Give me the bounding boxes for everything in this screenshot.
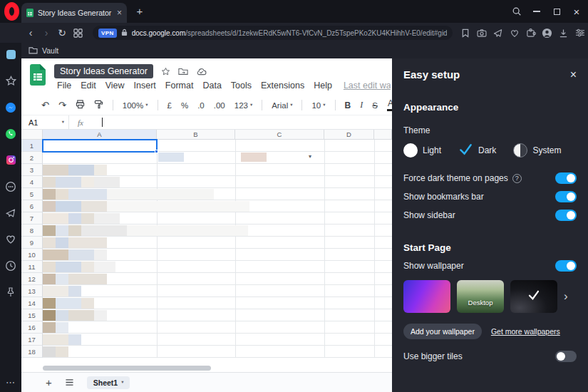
- undo-button[interactable]: ↶: [41, 100, 49, 110]
- row-header-8[interactable]: 8: [21, 225, 43, 237]
- sidebar-setup-button[interactable]: ⋯: [0, 377, 21, 388]
- print-button[interactable]: [76, 100, 85, 110]
- heart-icon[interactable]: [5, 233, 17, 245]
- opera-logo-icon[interactable]: [4, 2, 19, 21]
- row-header-6[interactable]: 6: [21, 200, 43, 212]
- formula-input-cursor[interactable]: [102, 118, 103, 127]
- row-header-9[interactable]: 9: [21, 237, 43, 249]
- reload-button[interactable]: ↻: [54, 28, 70, 38]
- back-button[interactable]: ‹: [23, 28, 38, 38]
- menu-tools[interactable]: Tools: [231, 81, 252, 91]
- history-icon[interactable]: [5, 259, 17, 272]
- flow-send-icon[interactable]: [490, 29, 506, 38]
- theme-option-system[interactable]: System: [513, 143, 561, 158]
- extensions-puzzle-icon[interactable]: [522, 28, 539, 38]
- toggle-force-dark[interactable]: [555, 172, 577, 184]
- url-field[interactable]: VPN docs.google.com/spreadsheets/d/1zekw…: [93, 26, 453, 40]
- row-header-14[interactable]: 14: [21, 297, 43, 309]
- column-header-a[interactable]: A: [43, 130, 157, 139]
- pin-icon[interactable]: [5, 286, 17, 298]
- bookmark-icon[interactable]: [457, 29, 473, 38]
- paint-format-button[interactable]: [94, 100, 103, 110]
- menu-extensions[interactable]: Extensions: [261, 81, 304, 91]
- tab-close-icon[interactable]: ×: [117, 9, 122, 17]
- minimize-button[interactable]: [527, 0, 547, 23]
- vpn-badge[interactable]: VPN: [98, 29, 117, 38]
- row-header-16[interactable]: 16: [21, 321, 43, 334]
- last-edit-link[interactable]: Last edit was on 31 Janua: [344, 81, 391, 91]
- sheets-logo-icon[interactable]: [30, 64, 46, 88]
- wallpaper-purple-gradient[interactable]: [403, 280, 450, 313]
- all-sheets-button[interactable]: [65, 376, 74, 389]
- column-header-d[interactable]: D: [324, 130, 374, 139]
- row-header-5[interactable]: 5: [21, 188, 43, 200]
- font-select[interactable]: Arial ▾: [272, 101, 292, 110]
- row-header-15[interactable]: 15: [21, 309, 43, 321]
- sheet-tab[interactable]: Sheet1 ▾: [87, 376, 130, 389]
- whatsapp-icon[interactable]: [5, 128, 17, 140]
- toggle-bookmarks-bar[interactable]: [555, 191, 577, 202]
- column-header-blank[interactable]: [374, 130, 392, 139]
- profile-avatar[interactable]: [539, 28, 555, 38]
- text-color-button[interactable]: A: [387, 99, 392, 110]
- toggle-show-wallpaper[interactable]: [555, 260, 577, 272]
- star-icon[interactable]: [161, 67, 170, 76]
- strikethrough-button[interactable]: S: [372, 101, 378, 110]
- add-sheet-button[interactable]: +: [46, 377, 52, 388]
- cell-dropdown-icon[interactable]: ▾: [309, 153, 311, 160]
- menu-format[interactable]: Format: [165, 81, 194, 91]
- browser-tab[interactable]: Story Ideas Generator - Go ×: [21, 3, 127, 23]
- get-more-wallpapers-link[interactable]: Get more wallpapers: [491, 327, 560, 336]
- redo-button[interactable]: ↷: [58, 100, 66, 110]
- spreadsheet-grid[interactable]: [43, 140, 392, 358]
- row-header-1[interactable]: 1: [21, 140, 43, 152]
- wallpaper-desktop[interactable]: Desktop: [457, 280, 504, 313]
- select-all-corner[interactable]: [21, 130, 43, 139]
- row-header-10[interactable]: 10: [21, 249, 43, 261]
- fill-handle[interactable]: [155, 150, 158, 153]
- messenger-icon[interactable]: [5, 101, 17, 113]
- cloud-saved-icon[interactable]: [196, 68, 207, 76]
- row-header-7[interactable]: 7: [21, 212, 43, 225]
- maximize-button[interactable]: [547, 0, 567, 23]
- row-header-2[interactable]: 2: [21, 152, 43, 164]
- row-header-12[interactable]: 12: [21, 273, 43, 285]
- more-formats-button[interactable]: 123 ▾: [234, 101, 252, 110]
- name-box[interactable]: A1 ▾: [21, 115, 68, 129]
- help-icon[interactable]: ?: [512, 174, 522, 183]
- column-header-c[interactable]: C: [235, 130, 324, 139]
- menu-view[interactable]: View: [105, 81, 125, 91]
- toggle-sidebar[interactable]: [555, 210, 577, 221]
- chevron-right-icon[interactable]: ›: [564, 289, 568, 304]
- menu-insert[interactable]: Insert: [134, 81, 156, 91]
- font-size-select[interactable]: 10 ▾: [311, 101, 325, 110]
- theme-option-dark[interactable]: Dark: [458, 143, 496, 158]
- close-panel-icon[interactable]: ×: [570, 69, 577, 81]
- doc-title[interactable]: Story Ideas Generator: [54, 64, 153, 78]
- row-header-17[interactable]: 17: [21, 334, 43, 346]
- add-wallpaper-button[interactable]: Add your wallpaper: [403, 324, 482, 339]
- row-header-11[interactable]: 11: [21, 261, 43, 273]
- workspaces-icon[interactable]: [5, 48, 17, 61]
- menu-data[interactable]: Data: [202, 81, 221, 91]
- increase-decimals-button[interactable]: .00: [214, 101, 225, 110]
- telegram-icon[interactable]: [5, 207, 17, 219]
- menu-help[interactable]: Help: [314, 81, 332, 91]
- format-percent-button[interactable]: %: [181, 101, 188, 110]
- chat-icon[interactable]: [5, 180, 17, 192]
- star-icon[interactable]: [5, 75, 17, 87]
- speed-dial-button[interactable]: [70, 29, 86, 38]
- heart-icon[interactable]: [506, 29, 522, 38]
- toggle-bigger-tiles[interactable]: [555, 351, 577, 362]
- horizontal-scrollbar[interactable]: [43, 366, 211, 371]
- download-icon[interactable]: [555, 29, 572, 38]
- instagram-icon[interactable]: [5, 154, 17, 166]
- format-currency-button[interactable]: £: [167, 101, 172, 110]
- theme-option-light[interactable]: Light: [403, 143, 441, 158]
- row-header-13[interactable]: 13: [21, 285, 43, 297]
- close-button[interactable]: ×: [567, 0, 587, 23]
- row-header-4[interactable]: 4: [21, 176, 43, 188]
- decrease-decimals-button[interactable]: .0: [197, 101, 205, 110]
- row-header-18[interactable]: 18: [21, 346, 43, 358]
- italic-button[interactable]: I: [360, 100, 363, 110]
